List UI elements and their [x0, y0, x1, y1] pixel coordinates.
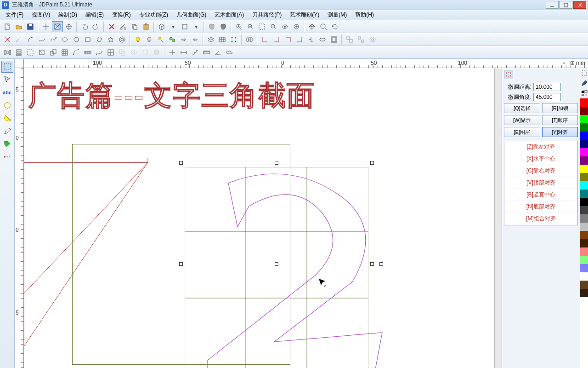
- zoom-fit-icon[interactable]: [268, 21, 279, 32]
- ruler-t-icon[interactable]: [201, 47, 212, 58]
- ruler-opt-a-icon[interactable]: ▫: [560, 59, 568, 67]
- btn-align[interactable]: [Y]对齐: [542, 127, 578, 137]
- nudge-angle-input[interactable]: [533, 93, 561, 101]
- selection-handle[interactable]: [370, 262, 374, 266]
- menu-geom[interactable]: 几何曲面(G): [173, 10, 210, 20]
- select-tool-icon[interactable]: [1, 61, 13, 73]
- arc-icon[interactable]: [25, 34, 36, 45]
- btn-layer[interactable]: [E]图层: [504, 127, 540, 137]
- new-icon[interactable]: [2, 21, 13, 32]
- pen-tool-icon[interactable]: [1, 125, 13, 137]
- copy-icon[interactable]: [129, 21, 140, 32]
- align-top[interactable]: [V]顶部对齐: [504, 177, 577, 189]
- btn-show[interactable]: [W]显示: [504, 115, 540, 125]
- extend-icon[interactable]: [105, 47, 116, 58]
- align-right[interactable]: [C]靠右对齐: [504, 165, 577, 177]
- btn-select[interactable]: [Q]选择: [504, 103, 540, 113]
- circle-icon[interactable]: [59, 34, 70, 45]
- maximize-button[interactable]: [560, 1, 572, 9]
- menu-pro[interactable]: 专业功能(Z): [136, 10, 172, 20]
- slot-icon[interactable]: [317, 34, 328, 45]
- array-icon[interactable]: [228, 34, 239, 45]
- color-swatch[interactable]: [580, 132, 588, 140]
- bulb-select-icon[interactable]: [155, 34, 166, 45]
- ring-icon[interactable]: [117, 34, 128, 45]
- color-swatch[interactable]: [580, 181, 588, 190]
- color-swatch[interactable]: [580, 173, 588, 181]
- selection-handle[interactable]: [179, 262, 183, 266]
- shield-on-icon[interactable]: [218, 21, 229, 32]
- break-icon[interactable]: [356, 34, 367, 45]
- bulb-off-icon[interactable]: [144, 34, 155, 45]
- swatch-icon[interactable]: [580, 88, 588, 98]
- color-swatch[interactable]: [580, 264, 588, 272]
- menu-view[interactable]: 视图(V): [28, 10, 54, 20]
- color-swatch[interactable]: [580, 107, 588, 115]
- node-tool-icon[interactable]: [1, 151, 13, 163]
- arc-t-icon[interactable]: [71, 47, 82, 58]
- color-swatch[interactable]: [580, 289, 588, 297]
- menu-measure[interactable]: 测量(M): [324, 10, 351, 20]
- frame-icon[interactable]: [328, 34, 339, 45]
- shield-t-icon[interactable]: [140, 47, 151, 58]
- point-icon[interactable]: [2, 34, 13, 45]
- ellipse-icon[interactable]: [71, 34, 82, 45]
- corner-c-icon[interactable]: [283, 34, 294, 45]
- box3d-icon[interactable]: [156, 21, 167, 32]
- line-icon[interactable]: [13, 34, 24, 45]
- btn-order[interactable]: [T]顺序: [542, 115, 578, 125]
- angle-icon[interactable]: [213, 47, 224, 58]
- insert-icon[interactable]: ⇨: [178, 34, 189, 45]
- color-swatch[interactable]: [580, 281, 588, 289]
- zoom-icon[interactable]: [318, 21, 329, 32]
- align-h-icon[interactable]: [13, 47, 24, 58]
- align-group[interactable]: [M]组合对齐: [504, 213, 577, 225]
- color-swatch[interactable]: [580, 156, 588, 165]
- undo-icon[interactable]: [79, 21, 90, 32]
- color-swatch[interactable]: [580, 223, 588, 231]
- snap-icon[interactable]: [40, 21, 51, 32]
- color-swatch[interactable]: [580, 140, 588, 148]
- vertical-scrollbar[interactable]: [494, 68, 502, 368]
- menu-edit[interactable]: 编辑(E): [82, 10, 107, 20]
- close-button[interactable]: [573, 1, 586, 9]
- color-swatch[interactable]: [580, 123, 588, 132]
- grid-icon[interactable]: [52, 21, 63, 32]
- fill-tool-icon[interactable]: [1, 112, 13, 124]
- align-left[interactable]: [Z]靠左对齐: [504, 141, 577, 153]
- align-v-icon[interactable]: [2, 47, 13, 58]
- color-swatch[interactable]: [580, 148, 588, 156]
- horizontal-ruler[interactable]: 100 50 0 50 100 ▫ ⊞ mm: [24, 59, 588, 68]
- selection-handle[interactable]: [275, 262, 278, 266]
- table-icon[interactable]: [217, 34, 228, 45]
- overlay-icon[interactable]: [128, 47, 139, 58]
- color-swatch[interactable]: [580, 115, 588, 123]
- selection-handle[interactable]: [275, 161, 278, 165]
- pan-icon[interactable]: [306, 21, 317, 32]
- scale-icon[interactable]: [48, 47, 59, 58]
- selection-handle[interactable]: [179, 161, 183, 165]
- shield-off-icon[interactable]: [206, 21, 217, 32]
- canvas[interactable]: 广告篇---文字三角截面: [24, 68, 494, 368]
- color-swatch[interactable]: [580, 98, 588, 107]
- polyline-icon[interactable]: [48, 34, 59, 45]
- menu-toolpath[interactable]: 刀具路径(P): [249, 10, 285, 20]
- delete-icon[interactable]: [106, 21, 117, 32]
- view-eye-icon[interactable]: [279, 21, 290, 32]
- selection-handle[interactable]: [370, 161, 374, 165]
- color-swatch[interactable]: [580, 231, 588, 239]
- mirror-icon[interactable]: [244, 34, 255, 45]
- polygon-icon[interactable]: [94, 34, 105, 45]
- save-icon[interactable]: [25, 21, 36, 32]
- color-swatch[interactable]: [580, 256, 588, 264]
- ruler-opt-b-icon[interactable]: ⊞: [569, 59, 576, 67]
- align-bottom[interactable]: [N]底部对齐: [504, 201, 577, 213]
- cube-icon[interactable]: [179, 21, 190, 32]
- menu-draw[interactable]: 绘制(D): [55, 10, 81, 20]
- align-hcenter[interactable]: [X]水平中心: [504, 153, 577, 165]
- tag-tool-icon[interactable]: [1, 138, 13, 150]
- grid-t-icon[interactable]: [59, 47, 70, 58]
- menu-transform[interactable]: 变换(R): [108, 10, 135, 20]
- layers-icon[interactable]: [205, 34, 216, 45]
- shield-f-icon[interactable]: [151, 47, 162, 58]
